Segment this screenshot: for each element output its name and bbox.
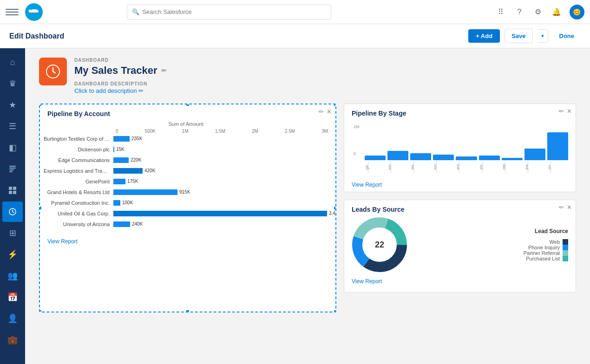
handle-mr[interactable] [333,206,336,210]
stage-chart: 2M 0 ...ge......ion......sis......ion...… [344,117,576,178]
sidebar-item-crown[interactable]: ♛ [2,73,23,94]
sidebar-item-home[interactable]: ⌂ [2,52,23,72]
save-dropdown-button[interactable]: ▾ [538,29,548,43]
avatar[interactable]: 😊 [570,5,584,20]
svg-rect-0 [9,166,16,167]
bar-label: University of Arizona [44,221,113,227]
bar [113,200,120,206]
donut-center-value: 22 [375,240,384,250]
name-edit-pencil[interactable]: ✏ [161,67,167,74]
sidebar-item-person[interactable]: 👤 [2,308,23,329]
bar [113,189,177,195]
bar [113,168,143,174]
stage-bar-wrap [547,132,568,160]
handle-tm[interactable] [185,104,190,107]
legend-title: Lead Source [524,228,568,234]
stage-bar-wrap [410,153,431,160]
view-report-leads[interactable]: View Report [344,274,576,288]
widget-leads-edit-icon[interactable]: ✏ [559,204,564,211]
bar-container: 420K [113,168,328,174]
bar-row: Pyramid Construction Inc. 100K [44,199,328,207]
help-icon[interactable]: ? [514,6,525,18]
sidebar-item-list[interactable]: ☰ [2,116,23,136]
settings-icon[interactable]: ⚙ [532,6,544,18]
bar [113,221,130,227]
bar-row: Edge Communications 220K [44,156,328,164]
bar-label: United Oil & Gas Corp. [44,211,113,216]
bar-container: 240K [113,221,328,228]
view-report-stage[interactable]: View Report [344,178,576,192]
bar-row: University of Arizona 240K [44,220,328,228]
top-nav: 🔍 ⠿ ? ⚙ 🔔 😊 [0,0,590,24]
stage-bar-label: ...ion... [387,160,408,173]
stage-bar-wrap [479,156,500,160]
handle-bm[interactable] [185,309,190,312]
sidebar-item-star[interactable]: ★ [2,95,23,115]
edit-dashboard-title: Edit Dashboard [9,32,464,40]
widget-stage-close-icon[interactable]: ✕ [567,108,572,115]
bar-value: 3.4M [329,211,336,216]
save-button[interactable]: Save [505,29,532,43]
bar-value: 100K [122,200,336,205]
handle-tr[interactable] [333,104,336,107]
dashboard-name: My Sales Tracker ✏ [74,65,576,77]
legend-item: Purchased List [524,256,568,261]
view-report-account[interactable]: View Report [40,234,335,248]
legend-label: Web [550,239,560,245]
sidebar-item-report[interactable] [2,159,23,179]
widget-stage-edit-icon[interactable]: ✏ [559,108,564,115]
legend-items: Web Phone Inquiry Partner Referral Purch… [524,239,568,261]
stage-chart-wrap: 2M 0 ...ge......ion......sis......ion...… [352,121,568,174]
dashboard-info: DASHBOARD My Sales Tracker ✏ DASHBOARD D… [74,58,576,94]
legend-item: Partner Referral [524,250,568,256]
sidebar-item-active[interactable] [2,202,23,222]
svg-rect-5 [13,187,16,190]
sidebar-item-people[interactable]: 👥 [2,266,23,286]
content-area: DASHBOARD My Sales Tracker ✏ DASHBOARD D… [25,48,590,364]
stage-bars-container [352,121,568,160]
widget-stage-actions: ✏ ✕ [559,108,572,115]
add-button[interactable]: + Add [468,29,500,43]
widget-close-icon[interactable]: ✕ [327,108,332,115]
stage-bar-wrap [456,156,477,160]
bar-label: Pyramid Construction Inc. [44,200,113,206]
bar-value: 240K [132,221,336,227]
widget-leads-close-icon[interactable]: ✕ [567,204,572,211]
svg-rect-4 [9,187,12,190]
notifications-icon[interactable]: 🔔 [551,6,562,18]
legend-dot [563,250,568,256]
sidebar-item-briefcase[interactable]: 💼 [2,330,23,350]
sidebar-item-grid[interactable]: ⊞ [2,223,23,243]
handle-tl[interactable] [39,104,42,107]
stage-bar-label: ...sis... [479,160,500,173]
y-axis: 2M 0 [354,124,360,156]
legend-dot [563,239,568,245]
handle-ml[interactable] [39,206,42,210]
sidebar-item-pages[interactable]: ◧ [2,137,23,158]
search-input[interactable] [142,8,326,15]
sidebar-item-dashboard[interactable] [2,180,23,201]
stage-bar-label: ...ote... [502,160,523,173]
widget-pipeline-stage: ✏ ✕ Pipeline By Stage 2M 0 [344,104,576,192]
dashboard-grid: ✏ ✕ Pipeline By Account Sum of Amount 05… [39,104,576,312]
desc-edit-pencil[interactable]: ✏ [138,87,144,94]
sidebar: ⌂ ♛ ★ ☰ ◧ ⊞ ⚡ 👥 📅 👤 💼 [0,48,25,364]
widget-edit-icon[interactable]: ✏ [319,108,324,115]
search-bar[interactable]: 🔍 [127,5,331,20]
stage-bar [410,153,431,160]
desc-click[interactable]: Click to add description ✏ [74,87,576,94]
handle-br[interactable] [333,309,336,312]
edit-bar: Edit Dashboard + Add Save ▾ Done [0,24,590,48]
apps-icon[interactable]: ⠿ [495,6,506,18]
bar [113,179,125,184]
sidebar-item-activity[interactable]: ⚡ [2,244,23,265]
done-button[interactable]: Done [553,29,581,43]
sidebar-item-calendar[interactable]: 📅 [2,287,23,307]
legend-item: Web [524,239,568,245]
handle-bl[interactable] [39,309,42,312]
donut-chart: 22 [352,217,407,273]
stage-bar-label: ...ers... [456,160,477,173]
hamburger-menu[interactable] [6,6,19,19]
bar-value: 220K [131,157,336,162]
stage-bar-label: ...on... [547,160,568,173]
